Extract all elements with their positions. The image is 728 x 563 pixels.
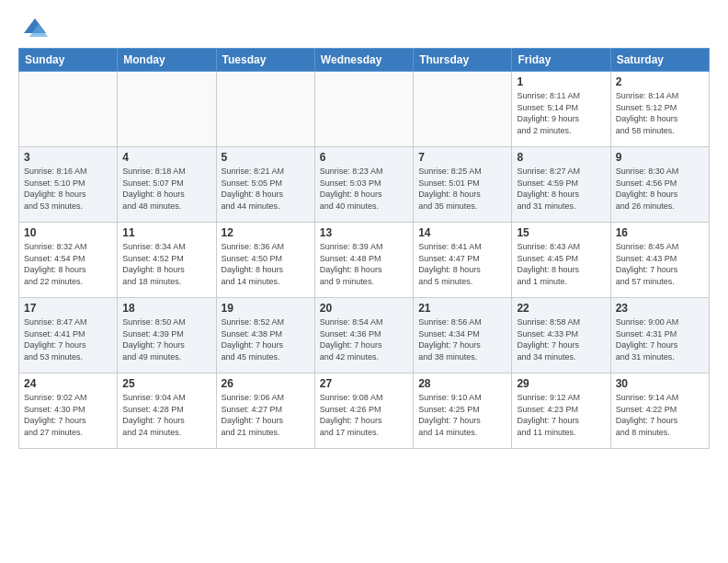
weekday-header: Friday [512,49,610,72]
day-number: 12 [222,226,310,239]
day-info: Sunrise: 8:41 AM Sunset: 4:47 PM Dayligh… [418,241,506,287]
day-number: 7 [418,151,506,164]
calendar-cell: 27Sunrise: 9:08 AM Sunset: 4:26 PM Dayli… [314,373,413,449]
day-number: 3 [24,151,112,164]
weekday-header: Saturday [610,49,709,72]
day-number: 4 [122,151,210,164]
day-info: Sunrise: 8:50 AM Sunset: 4:39 PM Dayligh… [122,316,210,362]
day-number: 16 [616,226,704,239]
day-info: Sunrise: 8:58 AM Sunset: 4:33 PM Dayligh… [517,316,605,362]
calendar-cell: 21Sunrise: 8:56 AM Sunset: 4:34 PM Dayli… [414,298,512,373]
calendar-week-row: 1Sunrise: 8:11 AM Sunset: 5:14 PM Daylig… [19,72,710,147]
day-info: Sunrise: 8:34 AM Sunset: 4:52 PM Dayligh… [122,241,210,287]
day-number: 13 [320,226,408,239]
day-info: Sunrise: 8:30 AM Sunset: 4:56 PM Dayligh… [616,166,704,212]
day-info: Sunrise: 9:00 AM Sunset: 4:31 PM Dayligh… [616,316,704,362]
calendar-cell: 22Sunrise: 8:58 AM Sunset: 4:33 PM Dayli… [512,298,610,373]
calendar-cell: 8Sunrise: 8:27 AM Sunset: 4:59 PM Daylig… [512,147,610,223]
calendar-cell: 26Sunrise: 9:06 AM Sunset: 4:27 PM Dayli… [216,373,314,449]
day-number: 22 [517,302,605,315]
weekday-header: Thursday [414,49,512,72]
day-info: Sunrise: 8:43 AM Sunset: 4:45 PM Dayligh… [517,241,605,287]
logo-icon [22,15,48,40]
day-info: Sunrise: 9:10 AM Sunset: 4:25 PM Dayligh… [418,392,506,438]
day-info: Sunrise: 8:47 AM Sunset: 4:41 PM Dayligh… [24,316,112,362]
day-info: Sunrise: 8:36 AM Sunset: 4:50 PM Dayligh… [222,241,310,287]
weekday-header: Wednesday [314,49,413,72]
day-number: 1 [517,75,605,88]
day-number: 30 [616,377,704,390]
calendar-cell: 5Sunrise: 8:21 AM Sunset: 5:05 PM Daylig… [216,147,314,223]
day-info: Sunrise: 9:08 AM Sunset: 4:26 PM Dayligh… [320,392,408,438]
calendar-cell: 19Sunrise: 8:52 AM Sunset: 4:38 PM Dayli… [216,298,314,373]
day-info: Sunrise: 8:16 AM Sunset: 5:10 PM Dayligh… [24,166,112,212]
day-number: 10 [24,226,112,239]
calendar-cell: 10Sunrise: 8:32 AM Sunset: 4:54 PM Dayli… [19,223,118,298]
day-number: 20 [320,302,408,315]
day-info: Sunrise: 8:11 AM Sunset: 5:14 PM Dayligh… [517,90,605,136]
day-number: 11 [122,226,210,239]
calendar-cell: 9Sunrise: 8:30 AM Sunset: 4:56 PM Daylig… [610,147,709,223]
calendar-week-row: 3Sunrise: 8:16 AM Sunset: 5:10 PM Daylig… [19,147,710,223]
calendar-cell: 1Sunrise: 8:11 AM Sunset: 5:14 PM Daylig… [512,72,610,147]
weekday-header-row: SundayMondayTuesdayWednesdayThursdayFrid… [19,49,710,72]
calendar-cell: 29Sunrise: 9:12 AM Sunset: 4:23 PM Dayli… [512,373,610,449]
calendar-cell: 23Sunrise: 9:00 AM Sunset: 4:31 PM Dayli… [610,298,709,373]
calendar-week-row: 24Sunrise: 9:02 AM Sunset: 4:30 PM Dayli… [19,373,710,449]
day-info: Sunrise: 8:32 AM Sunset: 4:54 PM Dayligh… [24,241,112,287]
weekday-header: Tuesday [216,49,314,72]
calendar-cell: 11Sunrise: 8:34 AM Sunset: 4:52 PM Dayli… [118,223,216,298]
calendar-cell: 25Sunrise: 9:04 AM Sunset: 4:28 PM Dayli… [118,373,216,449]
day-info: Sunrise: 8:18 AM Sunset: 5:07 PM Dayligh… [122,166,210,212]
calendar-cell [19,72,118,147]
calendar-cell [414,72,512,147]
day-number: 18 [122,302,210,315]
day-info: Sunrise: 9:02 AM Sunset: 4:30 PM Dayligh… [24,392,112,438]
calendar-week-row: 17Sunrise: 8:47 AM Sunset: 4:41 PM Dayli… [19,298,710,373]
calendar-cell: 6Sunrise: 8:23 AM Sunset: 5:03 PM Daylig… [314,147,413,223]
day-number: 6 [320,151,408,164]
calendar-cell: 18Sunrise: 8:50 AM Sunset: 4:39 PM Dayli… [118,298,216,373]
day-number: 23 [616,302,704,315]
calendar-cell: 14Sunrise: 8:41 AM Sunset: 4:47 PM Dayli… [414,223,512,298]
calendar-week-row: 10Sunrise: 8:32 AM Sunset: 4:54 PM Dayli… [19,223,710,298]
weekday-header: Sunday [19,49,118,72]
day-number: 15 [517,226,605,239]
calendar-cell: 4Sunrise: 8:18 AM Sunset: 5:07 PM Daylig… [118,147,216,223]
day-number: 24 [24,377,112,390]
day-info: Sunrise: 9:14 AM Sunset: 4:22 PM Dayligh… [616,392,704,438]
day-number: 28 [418,377,506,390]
calendar-cell: 7Sunrise: 8:25 AM Sunset: 5:01 PM Daylig… [414,147,512,223]
day-info: Sunrise: 9:12 AM Sunset: 4:23 PM Dayligh… [517,392,605,438]
calendar-cell [216,72,314,147]
calendar-cell: 3Sunrise: 8:16 AM Sunset: 5:10 PM Daylig… [19,147,118,223]
calendar-cell: 13Sunrise: 8:39 AM Sunset: 4:48 PM Dayli… [314,223,413,298]
day-info: Sunrise: 8:14 AM Sunset: 5:12 PM Dayligh… [616,90,704,136]
calendar-cell: 15Sunrise: 8:43 AM Sunset: 4:45 PM Dayli… [512,223,610,298]
calendar-cell: 12Sunrise: 8:36 AM Sunset: 4:50 PM Dayli… [216,223,314,298]
day-number: 9 [616,151,704,164]
calendar-cell [314,72,413,147]
calendar-cell: 30Sunrise: 9:14 AM Sunset: 4:22 PM Dayli… [610,373,709,449]
day-number: 8 [517,151,605,164]
calendar-cell: 2Sunrise: 8:14 AM Sunset: 5:12 PM Daylig… [610,72,709,147]
day-info: Sunrise: 8:21 AM Sunset: 5:05 PM Dayligh… [222,166,310,212]
calendar-table: SundayMondayTuesdayWednesdayThursdayFrid… [18,48,710,449]
day-number: 21 [418,302,506,315]
calendar-cell: 28Sunrise: 9:10 AM Sunset: 4:25 PM Dayli… [414,373,512,449]
day-info: Sunrise: 8:27 AM Sunset: 4:59 PM Dayligh… [517,166,605,212]
day-info: Sunrise: 8:52 AM Sunset: 4:38 PM Dayligh… [222,316,310,362]
day-info: Sunrise: 8:39 AM Sunset: 4:48 PM Dayligh… [320,241,408,287]
day-info: Sunrise: 9:06 AM Sunset: 4:27 PM Dayligh… [222,392,310,438]
calendar-cell: 20Sunrise: 8:54 AM Sunset: 4:36 PM Dayli… [314,298,413,373]
logo [18,15,48,40]
day-number: 19 [222,302,310,315]
calendar-cell [118,72,216,147]
calendar-cell: 16Sunrise: 8:45 AM Sunset: 4:43 PM Dayli… [610,223,709,298]
day-info: Sunrise: 8:23 AM Sunset: 5:03 PM Dayligh… [320,166,408,212]
day-number: 25 [122,377,210,390]
day-number: 17 [24,302,112,315]
day-number: 29 [517,377,605,390]
header [18,15,710,40]
day-info: Sunrise: 8:54 AM Sunset: 4:36 PM Dayligh… [320,316,408,362]
